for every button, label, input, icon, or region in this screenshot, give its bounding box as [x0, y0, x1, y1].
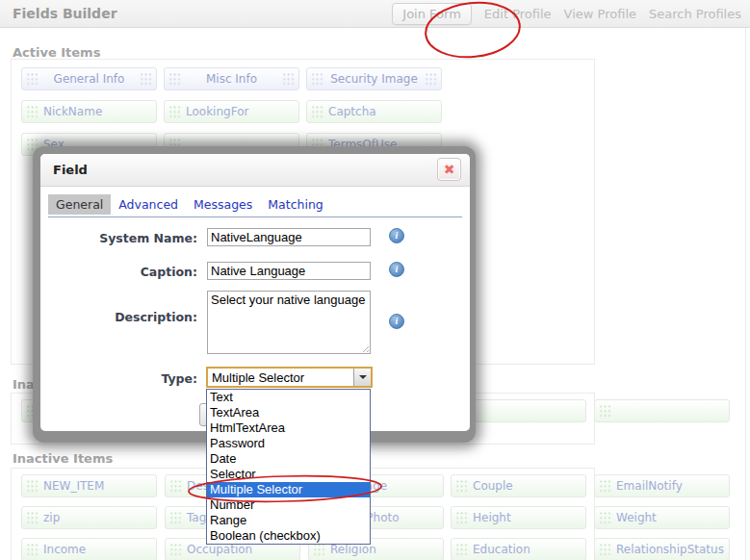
field-item-button[interactable]: Captcha	[306, 100, 442, 123]
type-option[interactable]: Multiple Selector	[207, 482, 370, 497]
drag-handle-icon[interactable]	[26, 479, 39, 494]
type-option[interactable]: Text	[207, 390, 370, 405]
tabs-underline	[48, 216, 462, 217]
type-option[interactable]: Date	[207, 451, 370, 467]
field-item-button[interactable]: EmailNotify	[594, 474, 730, 497]
info-icon[interactable]: i	[389, 262, 404, 277]
field-item-button[interactable]	[594, 399, 730, 422]
page-title: Fields Builder	[13, 6, 117, 21]
header-link-join-form[interactable]: Join Form	[392, 3, 472, 25]
chevron-down-icon[interactable]	[353, 369, 371, 386]
type-option[interactable]: TextArea	[207, 405, 370, 420]
field-item-button[interactable]: Security Image	[306, 67, 442, 90]
description-label: Description:	[43, 310, 197, 324]
system-name-field[interactable]	[207, 228, 371, 246]
drag-handle-icon[interactable]	[599, 543, 611, 557]
field-item-label: Religion	[330, 543, 443, 556]
field-item-button[interactable]: Education	[451, 538, 586, 560]
field-item-label: Occupation	[187, 543, 299, 556]
field-item-button[interactable]: General Info	[21, 67, 157, 90]
header-link-search-profiles[interactable]: Search Profiles	[649, 7, 741, 21]
drag-handle-icon[interactable]	[311, 105, 323, 119]
field-item-label: zip	[43, 511, 156, 524]
tab-advanced[interactable]: Advanced	[111, 194, 186, 215]
header-nav: Join FormEdit ProfileView ProfileSearch …	[392, 0, 741, 28]
field-item-button[interactable]: NickName	[21, 100, 157, 123]
page-right-border	[745, 28, 746, 560]
drag-handle-icon[interactable]	[599, 404, 611, 419]
drag-handle-icon[interactable]	[169, 479, 182, 494]
drag-handle-icon[interactable]	[455, 479, 468, 494]
header-link-edit-profile[interactable]: Edit Profile	[484, 7, 552, 21]
field-item-label: Weight	[616, 511, 729, 524]
inactive-items-heading: Inactive Items	[13, 451, 113, 466]
drag-handle-icon[interactable]	[168, 105, 181, 119]
field-item-label: Height	[473, 511, 585, 524]
field-item-button[interactable]: Misc Info	[164, 67, 299, 90]
type-option[interactable]: Range	[207, 513, 370, 528]
type-dropdown-value: Multiple Selector	[208, 370, 304, 385]
field-item-label: RelationshipStatus	[616, 543, 729, 556]
caption-field[interactable]	[207, 262, 371, 280]
dialog-title: Field	[53, 163, 88, 177]
drag-handle-icon[interactable]	[599, 511, 611, 525]
info-icon[interactable]: i	[389, 314, 404, 329]
type-option[interactable]: HtmlTextArea	[207, 420, 370, 436]
field-item-label: NEW_ITEM	[43, 479, 156, 493]
field-item-button[interactable]: Weight	[594, 506, 730, 529]
drag-handle-icon[interactable]	[455, 543, 468, 557]
field-item-button[interactable]: zip	[21, 506, 157, 529]
field-item-label: LookingFor	[186, 105, 298, 118]
drag-handle-icon[interactable]	[169, 543, 182, 557]
type-option[interactable]: Selector	[207, 467, 370, 482]
caption-label: Caption:	[43, 265, 197, 279]
field-item-button[interactable]: Couple	[451, 474, 586, 497]
type-dropdown[interactable]: Multiple Selector	[206, 367, 373, 388]
dialog-tabs: GeneralAdvancedMessagesMatching	[48, 194, 331, 215]
dialog-titlebar[interactable]: Field ✖	[40, 154, 470, 187]
drag-handle-icon[interactable]	[26, 543, 39, 557]
field-item-label: Income	[43, 543, 156, 556]
drag-handle-icon[interactable]	[313, 543, 325, 557]
header-link-view-profile[interactable]: View Profile	[564, 7, 636, 21]
field-item-button[interactable]: LookingFor	[164, 100, 299, 123]
type-option[interactable]: Boolean (checkbox)	[207, 528, 370, 544]
field-item-button[interactable]: RelationshipStatus	[594, 538, 730, 560]
drag-handle-icon[interactable]	[599, 479, 611, 494]
tab-general[interactable]: General	[48, 194, 111, 215]
type-option-list: TextTextAreaHtmlTextAreaPasswordDateSele…	[206, 389, 371, 545]
tab-messages[interactable]: Messages	[186, 194, 260, 215]
field-item-label: Security Image	[307, 72, 441, 86]
field-item-label: General Info	[22, 72, 156, 86]
app-header: Fields Builder Join FormEdit ProfileView…	[0, 0, 750, 28]
drag-handle-icon[interactable]	[455, 511, 468, 525]
field-item-button[interactable]: Height	[451, 506, 586, 529]
fields-builder-page: Fields Builder Join FormEdit ProfileView…	[0, 0, 750, 560]
field-item-label: NickName	[43, 105, 156, 118]
field-item-button[interactable]: NEW_ITEM	[21, 474, 157, 497]
tab-matching[interactable]: Matching	[260, 194, 330, 215]
drag-handle-icon[interactable]	[26, 105, 39, 119]
field-item-label: Misc Info	[165, 72, 298, 86]
type-option[interactable]: Number	[207, 497, 370, 513]
type-label: Type:	[43, 371, 197, 386]
active-items-heading: Active Items	[13, 45, 100, 60]
description-field[interactable]: Select your native language	[207, 291, 371, 354]
field-item-label: Education	[473, 543, 585, 556]
field-item-label: Captcha	[328, 105, 441, 118]
drag-handle-icon[interactable]	[26, 511, 39, 525]
field-item-button[interactable]: Income	[21, 538, 157, 560]
type-option[interactable]: Password	[207, 436, 370, 451]
field-item-label: EmailNotify	[616, 479, 729, 493]
field-item-label: Couple	[473, 479, 585, 493]
system-name-label: System Name:	[43, 231, 197, 245]
info-icon[interactable]: i	[389, 228, 404, 243]
drag-handle-icon[interactable]	[169, 511, 182, 525]
close-icon[interactable]: ✖	[437, 158, 461, 181]
